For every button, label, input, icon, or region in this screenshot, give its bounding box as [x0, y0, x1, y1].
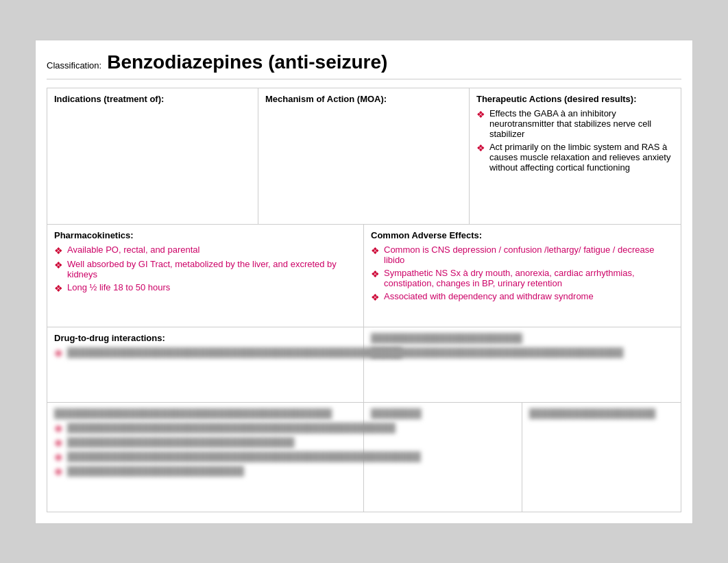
row-1: Indications (treatment of): Mechanism of… [47, 88, 681, 225]
bottom-left-item-4: ████████████████████████████ [67, 466, 244, 476]
pharmacokinetics-list: ❖ Available PO, rectal, and parental ❖ W… [54, 245, 356, 294]
list-item: ❖ Available PO, rectal, and parental [54, 245, 356, 256]
pharmacokinetics-header: Pharmacokinetics: [54, 230, 356, 240]
list-item: ❖ Effects the GABA à an inhibitory neuro… [476, 108, 674, 139]
adverse-cell: Common Adverse Effects: ❖ Common is CNS … [364, 225, 681, 327]
bottom-left-header: ████████████████████████████████████████… [54, 408, 356, 418]
blurred-section2-list: ████████████████████████████████████████ [371, 347, 674, 358]
blurred-section2-header: ████████████████████████ [371, 333, 674, 343]
adverse-header: Common Adverse Effects: [371, 230, 674, 240]
bottom-left-item-1: ████████████████████████████████████████… [67, 423, 396, 433]
list-item: ❖ Act primarily on the limbic system and… [476, 142, 674, 173]
bullet-icon: ❖ [54, 283, 63, 294]
bullet-icon: ❖ [476, 109, 485, 120]
bottom-left-item-2: ████████████████████████████████████ [67, 437, 295, 447]
pk-item-3: Long ½ life 18 to 50 hours [67, 282, 170, 292]
moa-cell: Mechanism of Action (MOA): [258, 88, 470, 224]
row-3: Drug-to-drug interactions: ❖ ███████████… [47, 327, 681, 403]
list-item: ❖ ████████████████████████████ [54, 466, 356, 477]
pk-item-2: Well absorbed by GI Tract, metabolized b… [67, 259, 356, 279]
bottom-left-list: ❖ ██████████████████████████████████████… [54, 423, 356, 477]
adverse-item-1: Common is CNS depression / confusion /le… [384, 245, 674, 265]
therapeutic-header: Therapeutic Actions (desired results): [476, 94, 674, 104]
list-item: ❖ Long ½ life 18 to 50 hours [54, 282, 356, 294]
pharmacokinetics-cell: Pharmacokinetics: ❖ Available PO, rectal… [47, 225, 364, 327]
bottom-mid-header: ████████ [371, 408, 515, 418]
bullet-icon: ❖ [54, 423, 63, 434]
list-item: ❖ ██████████████████████████████████████… [54, 451, 356, 463]
row-2: Pharmacokinetics: ❖ Available PO, rectal… [47, 225, 681, 327]
therapeutic-item-1: Effects the GABA à an inhibitory neurotr… [489, 108, 674, 139]
bottom-left-item-3: ████████████████████████████████████████… [67, 451, 421, 462]
blurred-section2-cell: ████████████████████████ ███████████████… [364, 327, 681, 402]
bullet-icon: ❖ [371, 245, 380, 256]
list-item: ❖ Associated with dependency and withdra… [371, 291, 674, 303]
bullet-icon: ❖ [476, 142, 485, 153]
bullet-icon: ❖ [371, 292, 380, 303]
blurred-item: ████████████████████████████████████████ [371, 347, 623, 358]
bullet-icon: ❖ [54, 260, 63, 271]
moa-header: Mechanism of Action (MOA): [265, 94, 462, 104]
list-item: ❖ Sympathetic NS Sx à dry mouth, anorexi… [371, 268, 674, 288]
list-item: ❖ ██████████████████████████████████████… [54, 347, 356, 359]
list-item: ❖ ████████████████████████████████████ [54, 437, 356, 449]
bullet-icon: ❖ [54, 438, 63, 449]
therapeutic-item-2: Act primarily on the limbic system and R… [489, 142, 674, 173]
bottom-left-cell: ████████████████████████████████████████… [47, 403, 364, 512]
drug-interaction-blurred: ████████████████████████████████████████… [67, 347, 402, 358]
bullet-icon: ❖ [54, 452, 63, 463]
classification-label: Classification: [47, 60, 101, 71]
row-4: ████████████████████████████████████████… [47, 403, 681, 512]
drug-interactions-header: Drug-to-drug interactions: [54, 333, 356, 343]
indications-header: Indications (treatment of): [54, 94, 251, 104]
indications-cell: Indications (treatment of): [47, 88, 258, 224]
classification-title: Benzodiazepines (anti-seizure) [107, 51, 387, 73]
main-card: Classification: Benzodiazepines (anti-se… [35, 40, 693, 524]
adverse-item-3: Associated with dependency and withdraw … [384, 291, 594, 301]
drug-interactions-cell: Drug-to-drug interactions: ❖ ███████████… [47, 327, 364, 402]
adverse-list: ❖ Common is CNS depression / confusion /… [371, 245, 674, 303]
classification-row: Classification: Benzodiazepines (anti-se… [47, 51, 681, 79]
adverse-item-2: Sympathetic NS Sx à dry mouth, anorexia,… [384, 268, 674, 288]
list-item: ❖ ██████████████████████████████████████… [54, 423, 356, 434]
pk-item-1: Available PO, rectal, and parental [67, 245, 199, 255]
bullet-icon: ❖ [371, 268, 380, 279]
bullet-icon: ❖ [54, 348, 63, 359]
therapeutic-list: ❖ Effects the GABA à an inhibitory neuro… [476, 108, 674, 173]
therapeutic-cell: Therapeutic Actions (desired results): ❖… [470, 88, 681, 224]
list-item: ❖ Common is CNS depression / confusion /… [371, 245, 674, 265]
bullet-icon: ❖ [54, 466, 63, 477]
drug-interactions-list: ❖ ██████████████████████████████████████… [54, 347, 356, 359]
bullet-icon: ❖ [54, 245, 63, 256]
list-item: ❖ Well absorbed by GI Tract, metabolized… [54, 259, 356, 279]
bottom-right-header: ████████████████████ [529, 408, 674, 418]
list-item: ████████████████████████████████████████ [371, 347, 674, 358]
bottom-right-cell: ████████████████████ [522, 403, 681, 512]
